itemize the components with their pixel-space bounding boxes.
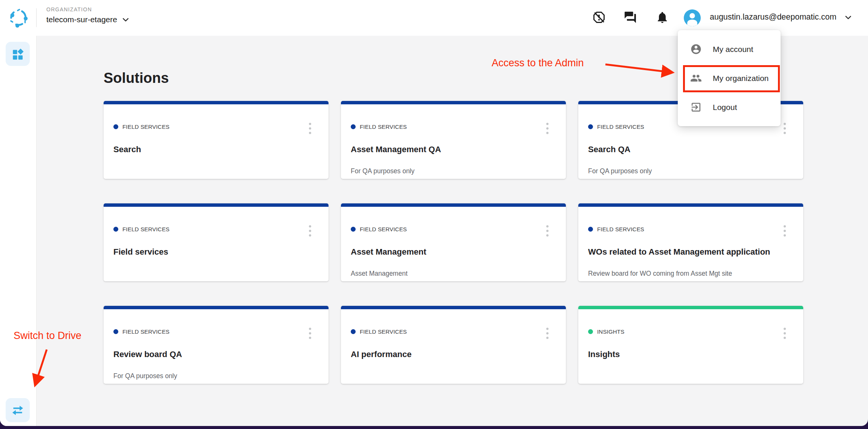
deepomatic-logo-icon [8,7,29,29]
card-more-vert-icon[interactable] [545,121,550,136]
card-category: FIELD SERVICES [588,226,644,232]
card-category-label: FIELD SERVICES [360,124,407,130]
dashboard-icon [11,47,24,60]
card-more-vert-icon[interactable] [545,224,550,238]
card-title: Insights [588,350,620,359]
menu-item-my-account[interactable]: My account [678,35,781,64]
user-menu-chevron-icon[interactable] [845,15,851,20]
card-category: FIELD SERVICES [113,328,170,335]
card-more-vert-icon[interactable] [545,326,550,340]
annotation-drive-text: Switch to Drive [14,330,81,342]
card-category: INSIGHTS [588,328,624,335]
category-dot-icon [113,329,118,334]
card-category-label: FIELD SERVICES [122,226,170,232]
card-description: Asset Management [351,270,408,278]
category-dot-icon [113,124,118,129]
menu-item-logout[interactable]: Logout [678,93,781,122]
card-category: FIELD SERVICES [351,328,407,335]
annotation-admin-text: Access to the Admin [492,57,584,69]
card-more-vert-icon[interactable] [782,224,787,238]
solution-card[interactable]: INSIGHTSInsights [578,306,803,384]
category-dot-icon [113,227,118,232]
page-title: Solutions [104,70,169,86]
card-accent-bar [104,101,329,104]
menu-item-my-organization[interactable]: My organization [678,64,781,93]
card-title: Asset Management [351,247,426,257]
user-email[interactable]: augustin.lazarus@deepomatic.com [710,12,836,22]
card-more-vert-icon[interactable] [307,224,313,238]
card-title: WOs related to Asset Management applicat… [588,247,770,257]
menu-item-label: My organization [713,74,769,83]
category-dot-icon [351,329,356,334]
card-accent-bar [341,101,566,104]
card-accent-bar [578,203,803,207]
solution-card[interactable]: FIELD SERVICESAsset ManagementAsset Mana… [341,203,566,281]
switch-app-button[interactable] [6,398,30,422]
card-more-vert-icon[interactable] [782,121,787,136]
report-off-icon[interactable] [592,11,606,24]
category-dot-icon [588,329,593,334]
card-category-label: FIELD SERVICES [122,124,170,130]
solution-card[interactable]: FIELD SERVICESWOs related to Asset Manag… [578,203,803,281]
card-accent-bar [104,203,329,207]
card-category-label: FIELD SERVICES [122,328,170,335]
solution-card[interactable]: FIELD SERVICESReview board QAFor QA purp… [104,306,329,384]
card-title: Search QA [588,145,631,154]
card-category: FIELD SERVICES [113,226,170,232]
card-more-vert-icon[interactable] [307,326,313,340]
card-title: Field services [113,247,168,257]
logout-icon [690,101,702,113]
card-description: For QA purposes only [588,167,652,175]
chevron-down-icon [122,18,129,22]
card-category: FIELD SERVICES [588,124,644,130]
swap-arrows-icon [11,403,24,417]
card-title: AI performance [351,350,411,359]
avatar[interactable] [684,9,701,26]
category-dot-icon [351,227,356,232]
card-accent-bar [341,203,566,207]
card-category: FIELD SERVICES [113,124,170,130]
card-accent-bar [104,306,329,309]
org-name: telecom-sur-etagere [46,15,117,24]
user-menu: My accountMy organizationLogout [678,30,781,126]
card-category-label: FIELD SERVICES [597,124,644,130]
card-accent-bar [578,306,803,309]
category-dot-icon [351,124,356,129]
menu-item-label: Logout [713,103,737,112]
category-dot-icon [588,124,593,129]
solution-card[interactable]: FIELD SERVICESSearch [104,101,329,179]
card-accent-bar [341,306,566,309]
solution-card[interactable]: FIELD SERVICESAsset Management QAFor QA … [341,101,566,179]
card-description: For QA purposes only [351,167,414,175]
org-label: ORGANIZATION [46,6,129,12]
card-description: Review board for WO coming from Asset Mg… [588,270,732,278]
app-window: ORGANIZATION telecom-sur-etagere [0,0,868,426]
card-description: For QA purposes only [113,372,177,380]
card-category-label: FIELD SERVICES [597,226,644,232]
solution-card[interactable]: FIELD SERVICESField services [104,203,329,281]
card-title: Asset Management QA [351,145,441,154]
card-more-vert-icon[interactable] [307,121,313,136]
solutions-grid: FIELD SERVICESSearchFIELD SERVICESAsset … [104,101,803,384]
menu-item-label: My account [713,45,753,54]
people-icon [690,72,702,84]
header-divider [36,8,37,27]
account-circle-icon [690,43,702,55]
card-title: Review board QA [113,350,182,359]
card-category: FIELD SERVICES [351,124,407,130]
category-dot-icon [588,227,593,232]
solution-card[interactable]: FIELD SERVICESAI performance [341,306,566,384]
sidebar [0,36,37,426]
chat-icon[interactable] [623,11,637,24]
card-category: FIELD SERVICES [351,226,407,232]
card-category-label: INSIGHTS [597,328,624,335]
card-category-label: FIELD SERVICES [360,328,407,335]
org-switcher[interactable]: ORGANIZATION telecom-sur-etagere [46,6,129,24]
card-title: Search [113,145,141,154]
solutions-dashboard-button[interactable] [6,42,30,66]
card-category-label: FIELD SERVICES [360,226,407,232]
card-more-vert-icon[interactable] [782,326,787,340]
notifications-icon[interactable] [656,11,669,24]
